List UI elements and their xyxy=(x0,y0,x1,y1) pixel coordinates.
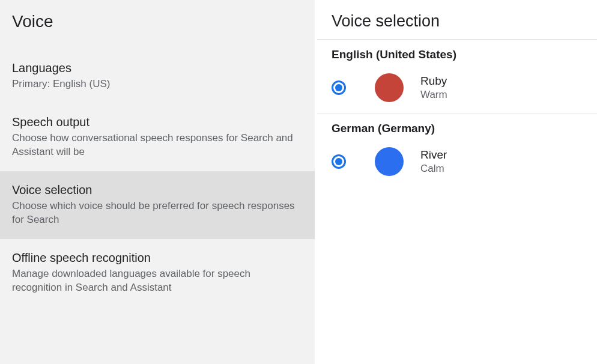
voice-settings-header: Voice xyxy=(0,0,315,38)
voice-name: Ruby xyxy=(420,74,447,88)
voice-group-header: German (Germany) xyxy=(317,114,597,140)
settings-item-languages[interactable]: Languages Primary: English (US) xyxy=(0,49,315,103)
voice-selection-header: Voice selection xyxy=(317,0,597,40)
settings-item-subtitle: Choose which voice should be preferred f… xyxy=(12,199,303,227)
settings-item-title: Languages xyxy=(12,61,303,75)
voice-desc: Calm xyxy=(420,163,447,175)
settings-item-voice-selection[interactable]: Voice selection Choose which voice shoul… xyxy=(0,171,315,239)
panel-title: Voice selection xyxy=(332,12,583,31)
page-title: Voice xyxy=(12,12,303,31)
voice-option-river[interactable]: River Calm xyxy=(317,140,597,187)
voice-desc: Warm xyxy=(420,89,447,101)
voice-color-icon xyxy=(375,73,404,102)
voice-group-english-us: English (United States) Ruby Warm xyxy=(317,40,597,114)
voice-option-ruby[interactable]: Ruby Warm xyxy=(317,66,597,113)
settings-item-subtitle: Primary: English (US) xyxy=(12,77,303,91)
settings-item-offline-speech[interactable]: Offline speech recognition Manage downlo… xyxy=(0,239,315,307)
settings-item-title: Offline speech recognition xyxy=(12,251,303,265)
voice-name: River xyxy=(420,148,447,162)
voice-labels: Ruby Warm xyxy=(420,74,447,101)
radio-button[interactable] xyxy=(332,154,346,169)
voice-group-header: English (United States) xyxy=(317,40,597,66)
settings-item-subtitle: Choose how conversational speech respons… xyxy=(12,132,303,159)
voice-group-german-de: German (Germany) River Calm xyxy=(317,114,597,187)
voice-color-icon xyxy=(375,147,404,176)
settings-item-subtitle: Manage downloaded languages available fo… xyxy=(12,267,303,295)
voice-settings-panel: Voice Languages Primary: English (US) Sp… xyxy=(0,0,315,364)
settings-item-speech-output[interactable]: Speech output Choose how conversational … xyxy=(0,103,315,171)
voice-labels: River Calm xyxy=(420,148,447,175)
settings-item-title: Speech output xyxy=(12,115,303,129)
radio-button[interactable] xyxy=(332,80,346,95)
voice-selection-panel: Voice selection English (United States) … xyxy=(317,0,597,364)
settings-item-title: Voice selection xyxy=(12,183,303,197)
